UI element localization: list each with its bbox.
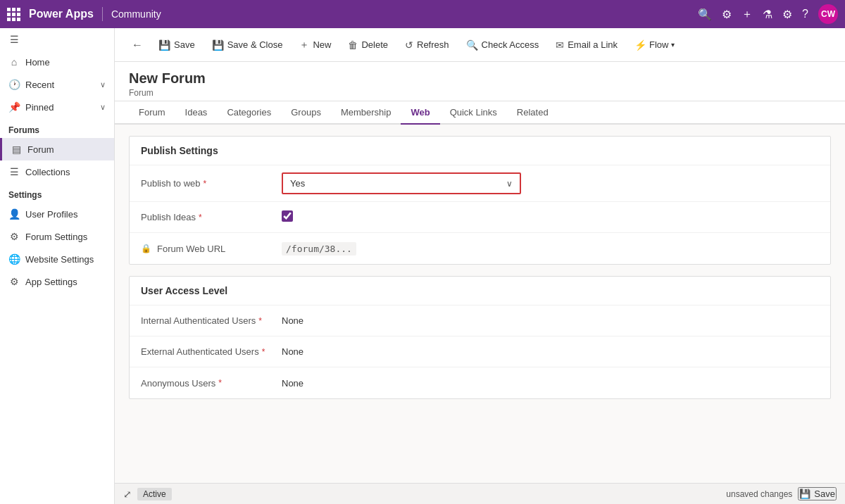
required-star-3: * xyxy=(258,316,262,326)
forum-web-url-row: 🔒 Forum Web URL /forum/38... xyxy=(130,233,830,264)
tab-quick-links[interactable]: Quick Links xyxy=(440,101,507,125)
lock-icon: 🔒 xyxy=(141,244,151,253)
recent-chevron: ∨ xyxy=(100,80,106,89)
sidebar-item-forum-settings[interactable]: ⚙ Forum Settings xyxy=(0,225,114,248)
filter-icon[interactable]: ⚗ xyxy=(763,8,772,21)
settings-icon[interactable]: ⚙ xyxy=(782,8,792,21)
email-icon: ✉ xyxy=(556,39,564,51)
forum-web-url-label: 🔒 Forum Web URL xyxy=(141,244,282,254)
website-settings-label: Website Settings xyxy=(25,254,94,265)
website-settings-icon: 🌐 xyxy=(8,253,20,265)
sidebar-item-website-settings[interactable]: 🌐 Website Settings xyxy=(0,248,114,270)
status-bar: ⤢ Active unsaved changes 💾 Save xyxy=(115,483,845,504)
publish-settings-header: Publish Settings xyxy=(130,137,830,165)
flow-icon: ⚡ xyxy=(634,39,646,51)
save-close-button[interactable]: 💾 Save & Close xyxy=(205,36,290,54)
user-profiles-label: User Profiles xyxy=(25,209,77,220)
publish-to-web-dropdown[interactable]: Yes ∨ xyxy=(282,172,521,194)
sidebar-item-pinned[interactable]: 📌 Pinned ∨ xyxy=(0,96,114,118)
page-subtitle: Forum xyxy=(129,88,831,98)
search-icon[interactable]: 🔍 xyxy=(698,8,712,21)
expand-icon[interactable]: ⤢ xyxy=(123,489,132,500)
tab-membership[interactable]: Membership xyxy=(331,101,401,125)
refresh-icon: ↺ xyxy=(405,39,413,51)
publish-to-web-value: Yes xyxy=(290,178,305,189)
help-icon[interactable]: ⚙ xyxy=(722,8,732,21)
hamburger-menu[interactable]: ☰ xyxy=(0,28,114,51)
tab-forum[interactable]: Forum xyxy=(129,101,175,125)
unsaved-text: unsaved changes xyxy=(726,489,792,499)
app-settings-icon: ⚙ xyxy=(8,276,20,287)
required-star-4: * xyxy=(262,347,265,357)
forum-icon: ▤ xyxy=(11,144,22,155)
sidebar-item-recent[interactable]: 🕐 Recent ∨ xyxy=(0,73,114,96)
sidebar-item-app-settings[interactable]: ⚙ App Settings xyxy=(0,270,114,293)
app-grid-icon[interactable] xyxy=(7,8,20,21)
pinned-label: Pinned xyxy=(25,102,54,113)
tab-groups[interactable]: Groups xyxy=(281,101,331,125)
user-profiles-icon: 👤 xyxy=(8,208,20,220)
check-access-icon: 🔍 xyxy=(466,39,478,51)
toolbar: ← 💾 Save 💾 Save & Close ＋ New 🗑 Delete ↺… xyxy=(115,28,845,62)
tab-web[interactable]: Web xyxy=(401,101,439,125)
delete-button[interactable]: 🗑 Delete xyxy=(341,36,395,54)
save-icon: 💾 xyxy=(158,39,170,51)
publish-to-web-row: Publish to web * Yes ∨ xyxy=(130,165,830,202)
sidebar-item-forum[interactable]: ▤ Forum xyxy=(0,138,114,160)
save-close-icon: 💾 xyxy=(212,39,224,51)
sidebar-item-user-profiles[interactable]: 👤 User Profiles xyxy=(0,203,114,225)
email-link-button[interactable]: ✉ Email a Link xyxy=(549,36,625,54)
status-save-button[interactable]: 💾 Save xyxy=(798,487,837,500)
save-button[interactable]: 💾 Save xyxy=(151,36,202,54)
tab-categories[interactable]: Categories xyxy=(217,101,281,125)
sidebar: ☰ ⌂ Home 🕐 Recent ∨ 📌 Pinned ∨ Forums ▤ … xyxy=(0,28,115,504)
publish-to-web-label: Publish to web * xyxy=(141,178,282,189)
collections-icon: ☰ xyxy=(8,166,20,177)
new-icon: ＋ xyxy=(299,39,309,51)
publish-settings-card: Publish Settings Publish to web * Yes ∨ xyxy=(129,136,831,265)
new-button[interactable]: ＋ New xyxy=(292,35,338,55)
external-users-value: None xyxy=(282,346,303,357)
settings-section-label: Settings xyxy=(0,183,114,203)
external-users-label: External Authenticated Users * xyxy=(141,346,282,357)
publish-ideas-label: Publish Ideas * xyxy=(141,212,282,222)
status-save-icon: 💾 xyxy=(799,489,810,499)
forum-web-url-value: /forum/38... xyxy=(282,242,356,256)
refresh-button[interactable]: ↺ Refresh xyxy=(398,36,456,54)
forums-section-label: Forums xyxy=(0,118,114,138)
env-name: Community xyxy=(111,8,161,20)
pinned-icon: 📌 xyxy=(8,101,20,113)
tabs-bar: Forum Ideas Categories Groups Membership… xyxy=(115,101,845,125)
question-icon[interactable]: ? xyxy=(802,8,808,20)
recent-label: Recent xyxy=(25,80,54,90)
tab-related[interactable]: Related xyxy=(507,101,558,125)
sidebar-item-home[interactable]: ⌂ Home xyxy=(0,51,114,73)
publish-ideas-checkbox[interactable] xyxy=(282,210,293,222)
required-star-5: * xyxy=(218,378,222,388)
status-badge: Active xyxy=(137,488,172,500)
anonymous-users-label: Anonymous Users * xyxy=(141,378,282,389)
anonymous-users-value: None xyxy=(282,378,303,389)
pinned-chevron: ∨ xyxy=(100,103,106,112)
page-title: New Forum xyxy=(129,70,831,87)
app-name: Power Apps xyxy=(29,8,94,20)
top-navigation: Power Apps Community 🔍 ⚙ ＋ ⚗ ⚙ ? CW xyxy=(0,0,845,28)
content-scroll: Publish Settings Publish to web * Yes ∨ xyxy=(115,125,845,483)
app-settings-label: App Settings xyxy=(25,277,77,287)
publish-ideas-row: Publish Ideas * xyxy=(130,202,830,233)
user-access-card: User Access Level Internal Authenticated… xyxy=(129,276,831,399)
avatar[interactable]: CW xyxy=(818,4,838,24)
sidebar-item-collections[interactable]: ☰ Collections xyxy=(0,160,114,183)
home-icon: ⌂ xyxy=(8,56,20,68)
required-star: * xyxy=(204,179,207,189)
internal-users-row: Internal Authenticated Users * None xyxy=(130,305,830,336)
flow-button[interactable]: ⚡ Flow ▾ xyxy=(627,36,682,54)
tab-ideas[interactable]: Ideas xyxy=(175,101,218,125)
internal-users-value: None xyxy=(282,315,303,326)
external-users-row: External Authenticated Users * None xyxy=(130,336,830,367)
forum-settings-icon: ⚙ xyxy=(8,231,20,242)
add-icon[interactable]: ＋ xyxy=(741,7,753,22)
back-button[interactable]: ← xyxy=(126,35,149,55)
required-star-2: * xyxy=(199,213,202,222)
check-access-button[interactable]: 🔍 Check Access xyxy=(459,36,546,54)
